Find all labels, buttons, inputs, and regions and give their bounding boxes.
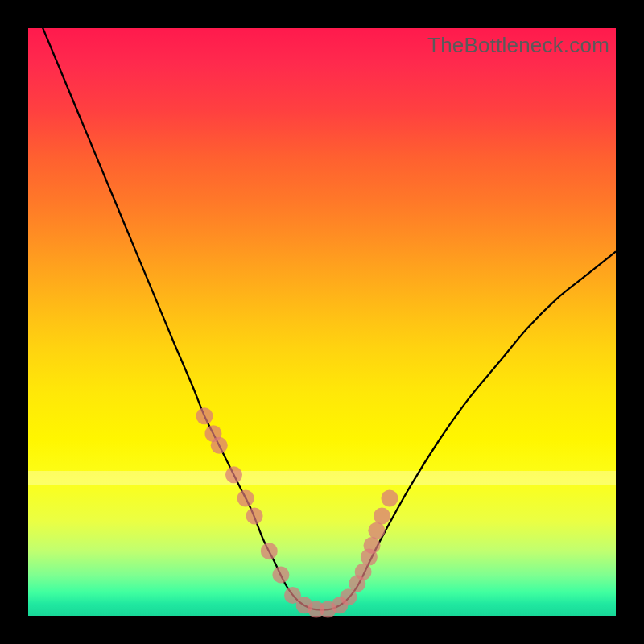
plot-area: TheBottleneck.com xyxy=(28,28,616,616)
highlight-dot xyxy=(237,490,254,507)
highlight-dot xyxy=(211,437,228,454)
highlight-dot xyxy=(364,537,381,554)
highlight-dot xyxy=(261,543,278,559)
highlight-dot xyxy=(368,522,385,539)
highlight-dot xyxy=(246,507,263,524)
chart-frame: TheBottleneck.com xyxy=(0,0,644,644)
highlight-dot xyxy=(272,566,289,583)
bottleneck-curve xyxy=(28,0,616,610)
highlight-dot xyxy=(196,407,213,424)
highlight-dot xyxy=(381,490,398,507)
highlight-dots-group xyxy=(196,407,398,617)
highlight-dot xyxy=(374,507,390,524)
watermark-text: TheBottleneck.com xyxy=(427,33,609,58)
chart-svg xyxy=(28,28,616,616)
highlight-dot xyxy=(225,466,242,483)
highlight-dot xyxy=(355,564,372,580)
